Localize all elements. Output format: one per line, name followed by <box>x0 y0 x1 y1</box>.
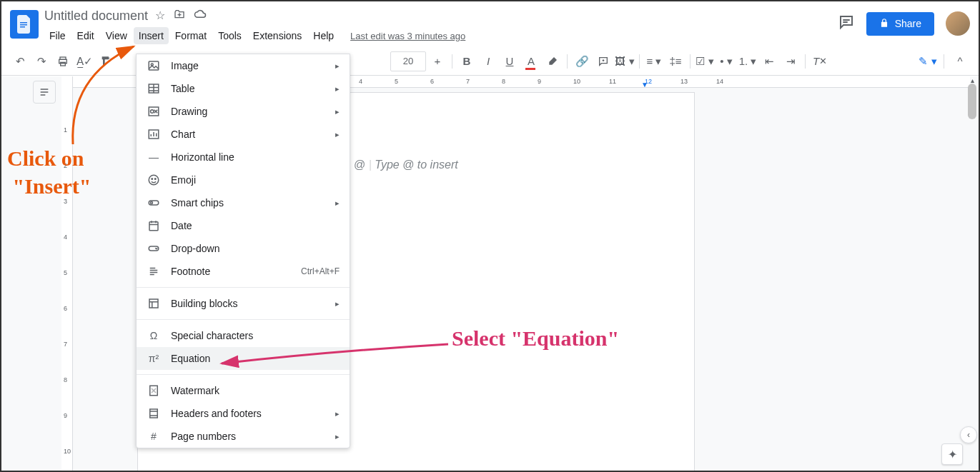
svg-rect-21 <box>150 409 158 418</box>
side-panel-toggle[interactable]: ‹ <box>960 426 977 443</box>
underline-button[interactable]: U <box>500 51 520 71</box>
italic-button[interactable]: I <box>478 51 498 71</box>
text-color-button[interactable]: A <box>521 51 541 71</box>
blocks-icon <box>147 297 161 310</box>
insert-dropdown: Image▸ Table▸ Drawing▸ Chart▸ —Horizonta… <box>136 54 350 448</box>
undo-button[interactable]: ↶ <box>10 51 30 71</box>
chart-icon <box>147 128 161 141</box>
image-button[interactable]: 🖼 ▾ <box>615 51 635 71</box>
menu-format[interactable]: Format <box>170 27 212 44</box>
menu-view[interactable]: View <box>101 27 132 44</box>
menu-file[interactable]: File <box>44 27 71 44</box>
link-button[interactable]: 🔗 <box>572 51 592 71</box>
dd-footnote[interactable]: FootnoteCtrl+Alt+F <box>137 260 350 283</box>
number-list-button[interactable]: 1. ▾ <box>738 51 758 71</box>
clear-format-button[interactable]: T✕ <box>810 51 830 71</box>
dd-smartchips[interactable]: Smart chips▸ <box>137 191 350 214</box>
last-edit-link[interactable]: Last edit was 3 minutes ago <box>350 31 465 41</box>
lock-icon <box>879 18 889 30</box>
vertical-ruler[interactable]: 1 2 3 4 5 6 7 8 9 10 <box>61 76 73 471</box>
watermark-icon <box>147 384 161 397</box>
svg-rect-1 <box>20 24 27 26</box>
drawing-icon <box>147 105 161 118</box>
spellcheck-button[interactable]: A̲✓ <box>74 51 94 71</box>
headers-icon <box>147 407 161 420</box>
align-button[interactable]: ≡ ▾ <box>644 51 664 71</box>
title-area: Untitled document ☆ File Edit View Inser… <box>44 7 838 44</box>
comment-button[interactable] <box>593 51 613 71</box>
svg-point-13 <box>152 179 153 180</box>
svg-rect-0 <box>20 22 27 24</box>
dd-watermark[interactable]: Watermark <box>137 379 350 402</box>
dd-specialchars[interactable]: ΩSpecial characters <box>137 324 350 347</box>
dd-table[interactable]: Table▸ <box>137 77 350 100</box>
comments-icon[interactable] <box>838 14 855 34</box>
dropdown-icon <box>147 242 161 255</box>
move-icon[interactable] <box>174 9 185 23</box>
avatar[interactable] <box>946 11 970 36</box>
document-title[interactable]: Untitled document <box>44 9 148 24</box>
menubar: File Edit View Insert Format Tools Exten… <box>44 27 838 44</box>
dd-emoji[interactable]: Emoji <box>137 169 350 191</box>
dd-equation[interactable]: π²Equation <box>137 347 350 370</box>
checklist-button[interactable]: ☑ ▾ <box>695 51 715 71</box>
dd-hline[interactable]: —Horizontal line <box>137 146 350 169</box>
menu-insert[interactable]: Insert <box>134 27 169 44</box>
omega-icon: Ω <box>147 330 161 341</box>
share-button[interactable]: Share <box>866 12 934 36</box>
menu-extensions[interactable]: Extensions <box>248 27 307 44</box>
date-icon <box>147 219 161 232</box>
svg-rect-6 <box>149 61 159 70</box>
menu-edit[interactable]: Edit <box>72 27 99 44</box>
dd-buildingblocks[interactable]: Building blocks▸ <box>137 292 350 315</box>
pagenum-icon: # <box>147 431 161 442</box>
docs-logo-icon[interactable] <box>10 10 39 39</box>
dd-date[interactable]: Date <box>137 214 350 237</box>
svg-rect-19 <box>149 299 158 308</box>
image-icon <box>147 59 161 72</box>
equation-icon: π² <box>147 353 161 364</box>
dd-drawing[interactable]: Drawing▸ <box>137 100 350 123</box>
star-icon[interactable]: ☆ <box>155 9 165 23</box>
explore-button[interactable]: ✦ <box>941 443 963 465</box>
table-icon <box>147 82 161 95</box>
paint-button[interactable] <box>96 51 116 71</box>
menu-tools[interactable]: Tools <box>213 27 247 44</box>
svg-rect-2 <box>20 26 25 28</box>
dd-pagenumbers[interactable]: #Page numbers▸ <box>137 425 350 448</box>
menu-help[interactable]: Help <box>308 27 339 44</box>
highlight-button[interactable] <box>543 51 563 71</box>
page-placeholder: @ | Type @ to insert <box>354 159 458 171</box>
emoji-icon <box>147 174 161 186</box>
scrollbar[interactable]: ▴ <box>967 76 977 471</box>
collapse-button[interactable]: ^ <box>950 51 970 71</box>
scroll-thumb[interactable] <box>968 84 976 119</box>
print-button[interactable] <box>53 51 73 71</box>
dd-chart[interactable]: Chart▸ <box>137 123 350 146</box>
svg-point-14 <box>155 179 157 180</box>
redo-button[interactable]: ↷ <box>31 51 51 71</box>
line-spacing-button[interactable]: ‡≡ <box>665 51 685 71</box>
font-size-plus[interactable]: + <box>427 51 447 71</box>
share-label: Share <box>895 18 921 29</box>
chips-icon <box>147 196 161 209</box>
dd-headers[interactable]: Headers and footers▸ <box>137 402 350 425</box>
svg-point-10 <box>151 110 154 114</box>
font-size-input[interactable]: 20 <box>390 51 426 71</box>
bold-button[interactable]: B <box>457 51 477 71</box>
cloud-icon[interactable] <box>194 9 207 23</box>
indent-button[interactable]: ⇥ <box>781 51 801 71</box>
svg-rect-17 <box>149 222 158 231</box>
svg-point-12 <box>149 175 159 185</box>
footnote-icon <box>147 265 161 278</box>
outline-icon[interactable] <box>33 81 56 104</box>
outdent-button[interactable]: ⇤ <box>759 51 779 71</box>
header: Untitled document ☆ File Edit View Inser… <box>1 1 979 47</box>
bullet-list-button[interactable]: • ▾ <box>716 51 736 71</box>
hline-icon: — <box>147 151 161 163</box>
dd-dropdown[interactable]: Drop-down <box>137 237 350 260</box>
editing-mode-button[interactable]: ✎ ▾ <box>918 51 938 71</box>
svg-point-16 <box>151 202 153 204</box>
dd-image[interactable]: Image▸ <box>137 54 350 77</box>
